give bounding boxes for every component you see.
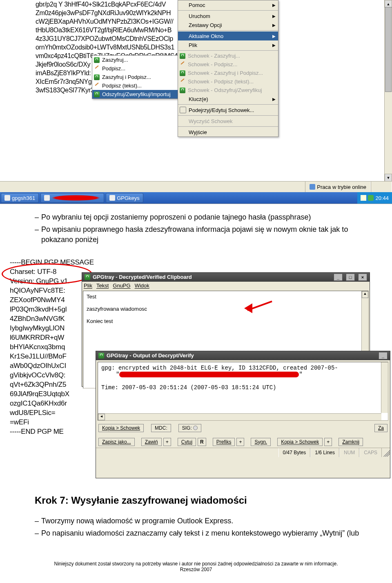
statusbar: Praca w trybie online [0, 181, 392, 192]
status-online: Praca w trybie online [305, 182, 371, 192]
lock-icon [98, 353, 104, 359]
output-scrollbar-h[interactable]: ◀ [98, 413, 381, 420]
menuitem-keys[interactable]: Klucz(e)▶ [178, 94, 278, 103]
menuitem-clipboard-decrypt: Schowek - Odszyfruj/Zweryfikuj [178, 86, 278, 94]
gpg-output-area[interactable]: gpg: encrypted with 2048-bit ELG-E key, … [98, 362, 388, 421]
titlebar-output[interactable]: GPGtray - Output of Decrypt/Verify _ [96, 351, 390, 360]
menuitem-encrypt[interactable]: Zaszyfruj... [92, 56, 178, 64]
menuitem-help[interactable]: Pomoc▶ [178, 0, 278, 9]
monitor-icon [310, 184, 315, 190]
menu-tekst[interactable]: Tekst [96, 283, 109, 289]
tray-icon[interactable] [361, 195, 366, 201]
button-plus-2[interactable]: + [236, 438, 244, 446]
resize-grip[interactable] [382, 448, 390, 457]
lock-icon [94, 74, 100, 80]
tray-main-menu: Pomoc▶ Uruchom▶ Zestawy Opcji▶ Aktualne … [178, 0, 278, 137]
menuitem-clipboard-sign-text: Schowek - Podpisz (tekst)... [178, 77, 278, 86]
lock-icon [180, 87, 185, 93]
statusbar-output: 0/47 Bytes 1/6 Lines NUM CAPS [96, 448, 390, 457]
button-prefiks[interactable]: Prefiks [213, 438, 235, 446]
titlebar-clipboard[interactable]: GPGtray - Decrypted/Verified Clipboard _… [82, 273, 370, 282]
button-zapisz-jako[interactable]: Zapisz jako... [98, 438, 135, 446]
file-icon [4, 195, 10, 201]
button-plus-3[interactable]: + [324, 438, 332, 446]
button-sygn[interactable]: Sygn. [251, 438, 271, 446]
lock-icon [85, 274, 90, 280]
menuitem-optionsets[interactable]: Zestawy Opcji▶ [178, 20, 278, 29]
lock-icon [180, 70, 185, 76]
pen-icon [180, 79, 185, 85]
task-gpgkeys[interactable]: GPGkeys [106, 193, 143, 203]
led-icon [193, 426, 198, 430]
button-zamknij[interactable]: Zamknij [339, 438, 363, 446]
menu-gnupg[interactable]: GnuPG [113, 283, 130, 289]
paragraph-after-screenshot1: Po wybraniu tej opcji zostaniemy poprosz… [0, 204, 392, 251]
menuitem-preview-edit-clipboard[interactable]: Podejrzyj/Edytuj Schowek... [178, 105, 278, 114]
button-cytuj[interactable]: Cytuj [178, 438, 196, 446]
menuitem-current-window[interactable]: Aktualne Okno▶ [178, 31, 278, 40]
chevron-right-icon: ▶ [272, 14, 276, 18]
button-za[interactable]: Za [374, 424, 388, 432]
button-kopia-schowek[interactable]: Kopia > Schowek [98, 424, 144, 432]
system-tray: 20:44 [357, 192, 392, 204]
menuitem-clipboard-encrypt: Schowek - Zaszyfruj... [178, 52, 278, 60]
menuitem-clear-clipboard: Wyczyść Schowek [178, 117, 278, 126]
windows-taskbar: gpgsh361 GPGkeys 20:44 [0, 192, 392, 204]
lock-icon [94, 92, 100, 97]
chevron-right-icon: ▶ [272, 3, 276, 7]
paragraph-step7: Tworzymy nową wiadomość w programie Outl… [0, 508, 392, 545]
button-row-1: Kopia > Schowek MDC: SIG: Za [96, 422, 390, 434]
maximize-button[interactable]: □ [346, 274, 355, 281]
menuitem-exit[interactable]: Wyjście [178, 128, 278, 137]
scroll-thumb[interactable] [385, 7, 392, 92]
lock-icon [180, 53, 185, 59]
minimize-button[interactable]: _ [379, 352, 388, 359]
menu-widok[interactable]: Widok [135, 283, 149, 289]
keys-icon [109, 195, 115, 201]
button-zawin[interactable]: Zawiń [141, 438, 162, 446]
button-kopia-schowek-2[interactable]: Kopia > Schowek [277, 438, 323, 446]
menuitem-sign[interactable]: Podpisz... [92, 64, 178, 73]
chevron-right-icon: ▶ [272, 97, 276, 101]
task-redacted[interactable] [40, 193, 104, 203]
window-decrypt-output: GPGtray - Output of Decrypt/Verify _ gpg… [96, 351, 390, 478]
bullet-decrypted-shown: Po wpisaniu poprawnego hasła zdeszyfrowa… [35, 224, 368, 244]
button-sig[interactable]: SIG: [178, 424, 201, 432]
scroll-down-button[interactable]: ▼ [385, 174, 392, 182]
output-scrollbar-v[interactable] [381, 362, 388, 413]
annotation-redaction [51, 195, 100, 201]
status-caps: CAPS [359, 448, 382, 457]
bullet-new-message: Tworzymy nową wiadomość w programie Outl… [35, 516, 368, 526]
menu-plik[interactable]: Plik [84, 283, 92, 289]
menuitem-file[interactable]: Plik▶ [178, 40, 278, 49]
menubar-clipboard: Plik Tekst GnuPG Widok [82, 282, 370, 290]
menuitem-sign-text[interactable]: Podpisz (tekst)... [92, 81, 178, 90]
page-footer: Niniejszy dokument został stworzony na p… [0, 545, 392, 572]
window-title: GPGtray - Output of Decrypt/Verify [107, 352, 194, 359]
clipboard-icon [180, 107, 186, 113]
button-plus-1[interactable]: + [163, 438, 171, 446]
chevron-right-icon: ▶ [272, 43, 276, 47]
button-mdc[interactable]: MDC: [151, 424, 171, 432]
task-gpgsh361[interactable]: gpgsh361 [1, 193, 39, 203]
bullet-select-cut: Po napisaniu wiadomości zaznaczamy cały … [35, 528, 368, 538]
scrollbar-vertical[interactable]: ▲ ▼ [384, 0, 392, 182]
button-row-2: Zapisz jako... Zawiń + Cytuj R Prefiks +… [96, 436, 390, 448]
window-title: GPGtray - Decrypted/Verified Clipboard [93, 274, 192, 280]
tray-gpg-icon[interactable] [368, 195, 374, 201]
submenu-current-window: Zaszyfruj... Podpisz... Zaszyfruj i Podp… [92, 55, 178, 99]
menuitem-decrypt-verify-import[interactable]: Odszyfruj/Zweryfikuj/Importuj [92, 90, 178, 99]
menuitem-run[interactable]: Uruchom▶ [178, 11, 278, 20]
minimize-button[interactable]: _ [334, 274, 343, 281]
screenshot-decrypt-menu: gbr/p2q Y 3hHfF40+Slk21cBqkAPcxF6EC/4dV … [0, 0, 392, 204]
chevron-right-icon: ▶ [272, 34, 276, 38]
chevron-right-icon: ▶ [272, 23, 276, 27]
close-button[interactable]: × [358, 274, 367, 281]
button-r[interactable]: R [198, 438, 206, 446]
annotation-red-circle [2, 263, 92, 285]
menuitem-encrypt-sign[interactable]: Zaszyfruj i Podpisz... [92, 73, 178, 81]
menuitem-clipboard-encrypt-sign: Schowek - Zaszyfruj i Podpisz... [178, 69, 278, 77]
pen-icon [94, 66, 100, 72]
clock: 20:44 [375, 195, 389, 201]
file-icon [44, 195, 50, 201]
